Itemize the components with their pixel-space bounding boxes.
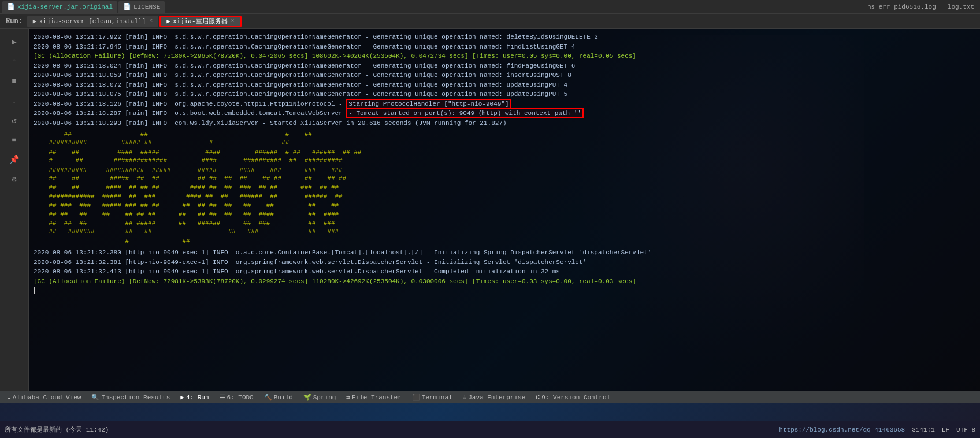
run-tab-xijia-server-label: xijia-server [clean,install] — [39, 18, 146, 25]
todo-label: 6: TODO — [227, 394, 254, 401]
alibaba-cloud-label: Alibaba Cloud View — [13, 394, 81, 401]
log-line-gc-2: [GC (Allocation Failure) [DefNew: 72981K… — [34, 277, 975, 287]
settings-gear-icon[interactable]: ⚙ — [6, 171, 23, 187]
file-tabs-right: hs_err_pid6516.log log.txt — [864, 2, 978, 12]
status-position: 3141:1 — [912, 426, 935, 433]
run-tab-xijia-restart-icon: ▶ — [166, 17, 170, 25]
cursor-line — [34, 286, 975, 296]
run-label: Run: — [2, 17, 26, 25]
log-line-12: 2020-08-06 13:21:32.413 [http-nio-9049-e… — [34, 267, 975, 277]
log-line-9: 2020-08-06 13:21:18.293 [main] INFO com.… — [34, 118, 975, 128]
log-line-7: 2020-08-06 13:21:18.126 [main] INFO org.… — [34, 99, 975, 109]
file-tab-license[interactable]: 📄 LICENSE — [118, 1, 165, 13]
spring-label: Spring — [313, 394, 336, 401]
tomcat-started-highlight: - Tomcat started on port(s): 9049 (http)… — [346, 108, 584, 118]
inspection-results-icon: 🔍 — [91, 394, 99, 401]
file-tab-license-label: LICENSE — [133, 3, 160, 10]
status-files-up-to-date: 所有文件都是最新的 (今天 11:42) — [5, 425, 109, 434]
run-tab-xijia-restart[interactable]: ▶ xijia-重启服务器 × — [159, 16, 241, 27]
run-tab-xijia-server-icon: ▶ — [33, 17, 37, 25]
todo-icon: ☰ — [220, 394, 225, 401]
toolbar-todo[interactable]: ☰ 6: TODO — [215, 392, 258, 403]
left-sidebar: ▶ ↑ ■ ↓ ↺ ≡ 📌 ⚙ — [0, 29, 29, 403]
log-line-1: 2020-08-06 13:21:17.922 [main] INFO s.d.… — [34, 32, 975, 42]
version-control-icon: ⑆ — [536, 394, 540, 401]
log-line-2: 2020-08-06 13:21:17.945 [main] INFO s.d.… — [34, 42, 975, 52]
java-enterprise-icon: ☕ — [463, 394, 467, 401]
pin-tab-icon[interactable]: 📌 — [6, 151, 23, 168]
ascii-art-banner: ## ## # ## ########## ##### ## # ## ## #… — [34, 130, 975, 246]
terminal-label: Terminal — [422, 394, 452, 401]
toolbar-spring[interactable]: 🌱 Spring — [299, 392, 341, 403]
scroll-down-icon[interactable]: ↓ — [6, 92, 23, 109]
status-encoding: UTF-8 — [956, 426, 975, 433]
toolbar-inspection-results[interactable]: 🔍 Inspection Results — [87, 392, 175, 403]
stop-action-icon[interactable]: ■ — [6, 73, 23, 89]
log-line-10: 2020-08-06 13:21:32.380 [http-nio-9049-e… — [34, 248, 975, 258]
toolbar-java-enterprise[interactable]: ☕ Java Enterprise — [458, 392, 530, 403]
toolbar-alibaba-cloud[interactable]: ☁ Alibaba Cloud View — [2, 392, 86, 403]
soft-wrap-icon[interactable]: ≡ — [6, 132, 23, 148]
toolbar-build[interactable]: 🔨 Build — [259, 392, 298, 403]
file-tab-right-log[interactable]: log.txt — [944, 2, 978, 12]
run-tab-xijia-restart-close[interactable]: × — [231, 18, 235, 24]
file-tab-jar-label: xijia-server.jar.original — [17, 3, 113, 10]
ide-container: 📄 xijia-server.jar.original 📄 LICENSE hs… — [0, 0, 980, 421]
rerun-icon[interactable]: ↺ — [6, 112, 23, 128]
run-tool-icon: ▶ — [180, 394, 184, 401]
cursor-blink — [34, 287, 35, 294]
bottom-toolbar: ☁ Alibaba Cloud View 🔍 Inspection Result… — [0, 391, 980, 403]
run-action-icon[interactable]: ▶ — [6, 34, 23, 50]
file-transfer-label: File Transfer — [352, 394, 402, 401]
file-tab-jar[interactable]: 📄 xijia-server.jar.original — [2, 1, 117, 13]
toolbar-terminal[interactable]: ⬛ Terminal — [407, 392, 457, 403]
log-line-11: 2020-08-06 13:21:32.381 [http-nio-9049-e… — [34, 258, 975, 268]
console-content: 2020-08-06 13:21:17.922 [main] INFO s.d.… — [29, 31, 980, 297]
version-control-label: 9: Version Control — [541, 394, 610, 401]
build-icon: 🔨 — [264, 394, 272, 401]
terminal-icon: ⬛ — [412, 394, 420, 401]
spring-icon: 🌱 — [303, 394, 311, 401]
taskbar-url: https://blog.csdn.net/qq_41463658 — [779, 426, 905, 433]
run-tab-xijia-server-close[interactable]: × — [149, 18, 153, 24]
toolbar-version-control[interactable]: ⑆ 9: Version Control — [531, 392, 615, 403]
status-files-text: 所有文件都是最新的 (今天 11:42) — [5, 425, 109, 434]
toolbar-run[interactable]: ▶ 4: Run — [176, 392, 213, 403]
log-line-6: 2020-08-06 13:21:18.075 [main] INFO s.d.… — [34, 90, 975, 99]
file-tab-jar-icon: 📄 — [7, 3, 15, 10]
log-line-3: 2020-08-06 13:21:18.024 [main] INFO s.d.… — [34, 61, 975, 71]
run-tab-xijia-restart-label: xijia-重启服务器 — [173, 17, 228, 25]
run-tool-label: 4: Run — [186, 394, 209, 401]
inspection-results-label: Inspection Results — [101, 394, 170, 401]
log-line-5: 2020-08-06 13:21:18.072 [main] INFO s.d.… — [34, 80, 975, 90]
run-tabs-bar: Run: ▶ xijia-server [clean,install] × ▶ … — [0, 14, 980, 29]
log-line-4: 2020-08-06 13:21:18.050 [main] INFO s.d.… — [34, 70, 975, 80]
file-tabs-bar: 📄 xijia-server.jar.original 📄 LICENSE hs… — [0, 0, 980, 14]
file-transfer-icon: ⇄ — [346, 394, 350, 401]
scroll-up-icon[interactable]: ↑ — [6, 53, 23, 69]
taskbar: 所有文件都是最新的 (今天 11:42) https://blog.csdn.n… — [0, 421, 980, 438]
file-tab-right-hs-err[interactable]: hs_err_pid6516.log — [864, 2, 940, 12]
build-label: Build — [274, 394, 293, 401]
log-line-gc-1: [GC (Allocation Failure) [DefNew: 75180K… — [34, 51, 975, 61]
status-lf: LF — [942, 426, 949, 433]
toolbar-file-transfer[interactable]: ⇄ File Transfer — [341, 392, 406, 403]
console-area[interactable]: 2020-08-06 13:21:17.922 [main] INFO s.d.… — [29, 29, 980, 392]
log-line-8: 2020-08-06 13:21:18.287 [main] INFO o.s.… — [34, 109, 975, 118]
java-enterprise-label: Java Enterprise — [468, 394, 525, 401]
run-tab-xijia-server[interactable]: ▶ xijia-server [clean,install] × — [27, 16, 158, 27]
protocol-handler-highlight: Starting ProtocolHandler ["http-nio-9049… — [346, 99, 511, 109]
alibaba-cloud-icon: ☁ — [7, 394, 11, 401]
file-tab-license-icon: 📄 — [123, 3, 131, 10]
